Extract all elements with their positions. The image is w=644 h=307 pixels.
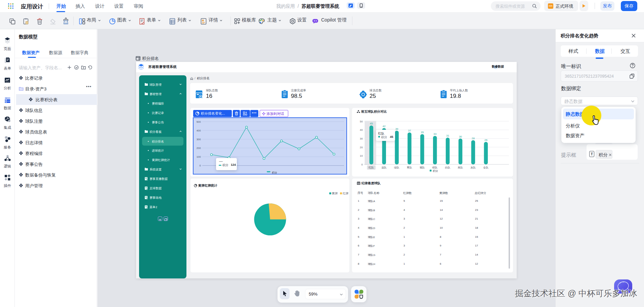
svg-text:黄队: 黄队 [407,166,412,169]
svg-text:0: 0 [200,164,201,167]
svg-text:0: 0 [361,163,363,166]
svg-text:红队: 红队 [369,166,374,169]
svg-text:400: 400 [197,129,201,132]
svg-text:金队: 金队 [483,166,488,169]
svg-text:31: 31 [446,134,449,137]
svg-text:33: 33 [433,132,436,136]
svg-text:黑队: 黑队 [458,166,463,169]
svg-text:39: 39 [395,127,398,130]
svg-text:10: 10 [360,154,363,157]
svg-text:积分: 积分 [433,169,438,172]
svg-text:100: 100 [197,155,201,158]
svg-text:积分: 积分 [272,171,277,174]
svg-text:300: 300 [197,138,201,141]
svg-text:橙队: 橙队 [432,166,438,169]
svg-text:白队: 白队 [445,166,450,169]
svg-text:蓝队: 蓝队 [381,166,387,169]
svg-text:30: 30 [459,135,462,138]
svg-text:500: 500 [197,120,201,123]
svg-text:35: 35 [421,131,424,134]
svg-text:26: 26 [484,139,487,142]
svg-text:40: 40 [360,128,363,131]
svg-text:紫队: 紫队 [420,166,425,169]
svg-text:30: 30 [360,137,363,140]
svg-text:20: 20 [360,146,363,149]
svg-text:50: 50 [360,120,363,123]
svg-text:37: 37 [408,129,411,132]
svg-text:200: 200 [197,147,201,150]
svg-text:绿队: 绿队 [394,166,399,169]
svg-text:灰队: 灰队 [471,166,476,169]
svg-text:45: 45 [370,122,373,125]
svg-text:28: 28 [472,137,475,140]
svg-text:42: 42 [383,125,386,128]
